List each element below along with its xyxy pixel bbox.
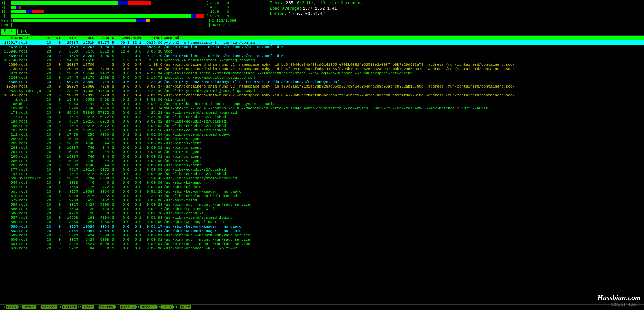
cpu3-label: 3[ xyxy=(1,10,11,14)
header-shr: SHR xyxy=(96,36,110,40)
cpu2-bar xyxy=(11,6,206,9)
table-row[interactable]: 6565root20399.3M235882744S0.60.21:20.39/… xyxy=(0,80,644,84)
cpu1-meter: 1[ ] 32.5 % xyxy=(1,1,254,5)
mem-meter: Mem [ ] 2.32G / 3.69G xyxy=(1,19,254,23)
fn-num: F9 xyxy=(157,305,161,309)
fn-key-f2[interactable]: F2Setup xyxy=(18,305,36,309)
table-row[interactable]: 544root2004660776772S0.00.00:00.01/usr/s… xyxy=(0,185,644,189)
table-row[interactable]: 165dbus20092603144795S0.10.00:00.13/usr/… xyxy=(0,102,644,106)
table-body: 186917root2002438M1251M98.7MR99.333.16h3… xyxy=(0,40,644,250)
table-row[interactable]: 187root200451M102166072S0.00.30:02.50/us… xyxy=(0,128,644,132)
table-row[interactable]: 266root2001638M4740344S0.00.10:00.00/usr… xyxy=(0,159,644,163)
table-row[interactable]: 185root200451M102166072S0.00.30:00.03/us… xyxy=(0,124,644,128)
table-row[interactable]: 262root2001638M4740344S0.00.10:00.09/usr… xyxy=(0,141,644,145)
cpu1-label: 1[ xyxy=(1,1,11,5)
tasks-val: 255, xyxy=(286,1,296,6)
table-row[interactable]: 259root2001638M4740344S0.00.10:00.04/usr… xyxy=(0,137,644,141)
fn-num: F1 xyxy=(1,305,6,309)
table-row[interactable]: 184root200451M102166072S0.00.30:03.32/us… xyxy=(0,119,644,124)
table-row[interactable]: 264root2001638M4740344S0.00.10:00.00/usr… xyxy=(0,150,644,154)
uptime-val: 1 day, 00:51:42 xyxy=(288,11,325,17)
table-row[interactable]: 6649root200167M322641996S1.20.820:14.70/… xyxy=(0,54,644,58)
cpu1-pct: 32.5 xyxy=(210,1,227,5)
table-row[interactable]: 670root2002732840S0.00.00:00.00/usr/sbin… xyxy=(0,246,644,250)
fn-num: F7 xyxy=(115,305,120,309)
table-row[interactable]: 588root2001346032841256S0.00.00:00.60/us… xyxy=(0,220,644,224)
table-row[interactable]: 584root200302M64245808S0.00.20:00.28/usr… xyxy=(0,202,644,207)
table-row[interactable]: 3130root2002003M100527708S0.60.41:03.46/… xyxy=(0,67,644,71)
table-row[interactable]: 169dbus200399617401076S0.00.00:48.74dbus… xyxy=(0,106,644,110)
table-row[interactable]: 585root20045304120120S0.00.00:00.17/usr/… xyxy=(0,207,644,211)
watermark-sub: 群里被鞭打技术论坛 xyxy=(610,303,641,307)
table-row[interactable]: 2080root2002003M17700S0.60.41:08.6/usr/b… xyxy=(0,62,644,67)
table-row[interactable]: 186856root2002003M170327728S0.60.40:01.2… xyxy=(0,93,644,97)
table-row[interactable]: 212root2001747642564060S0.10.10:01.34/us… xyxy=(0,132,644,137)
swp-meter: Swp [ ] 0K / 1.22G xyxy=(1,23,254,27)
fn-key-f10[interactable]: F10Quit xyxy=(173,305,191,309)
tabs-bar: Main I/O xyxy=(0,28,644,36)
fn-key-f1[interactable]: F1Help xyxy=(1,305,18,309)
fn-key-f4[interactable]: F4Filter xyxy=(57,305,78,309)
table-header: PID USER PRI NI VIRT RES SHR S CPU%-MEM%… xyxy=(0,36,644,40)
table-row[interactable]: 10244root2002003M180607376S0.60.50:08.37… xyxy=(0,84,644,89)
cpu3-pct: 15.9 xyxy=(210,10,227,14)
table-row[interactable]: 538systemd-re2001661267846008S0.00.21:14… xyxy=(0,176,644,180)
table-row[interactable]: 1root2001948495525468S0.20.88:53.00/sbin… xyxy=(0,97,644,102)
fn-key-f8[interactable]: F8Nice + xyxy=(136,305,157,309)
cpu4-label: 4[ xyxy=(1,14,11,18)
tab-io[interactable]: I/O xyxy=(17,29,31,35)
table-row[interactable]: 97root200451M102166072S0.00.30:00.35/usr… xyxy=(0,172,644,176)
table-row[interactable]: 586root2004276200S0.00.00:01.70/usr/sbin… xyxy=(0,211,644,215)
table-row[interactable]: 544root200308800S0.00.00:00.00/usr/sbin/… xyxy=(0,180,644,185)
table-row[interactable]: 578root200902834162892S0.00.11:28.47/usr… xyxy=(0,194,644,198)
header-ni: NI xyxy=(53,36,62,40)
table-row[interactable]: 599root200302M64245808S0.00.10:00.01/usr… xyxy=(0,233,644,237)
bottom-bar: F1HelpF2SetupF3SearchF4FilterF5TreeF6Sor… xyxy=(0,304,644,310)
cpu4-bar xyxy=(11,14,206,18)
table-row[interactable]: 587root2001466841684104S0.00.10:01.93/us… xyxy=(0,215,644,220)
table-row[interactable]: rootroot200315M100848064S0.00.30:51.29/u… xyxy=(0,189,644,194)
table-row[interactable]: 30523systemd-jo2002330M4730044680S0.60.2… xyxy=(0,89,644,93)
table-row[interactable]: 177root200451M102166072S0.00.30:36.98/us… xyxy=(0,115,644,119)
table-row[interactable]: 5071root2001286M551449432S0.60.14:21.94/… xyxy=(0,71,644,75)
table-row[interactable]: 250948root200660051762512R12.40.60:03.38… xyxy=(0,49,644,54)
table-row[interactable]: 267root2001638M4740344S0.00.10:00.01/usr… xyxy=(0,163,644,167)
header-user: USER xyxy=(19,36,42,40)
table-row[interactable]: 601root200302M64245808S0.00.20:00.01/usr… xyxy=(0,242,644,246)
table-row[interactable]: 187140root2002438M1251MS1.233.12:33.1pyt… xyxy=(0,58,644,62)
fn-key-f3[interactable]: F3Search xyxy=(36,305,57,309)
cpu3-bar xyxy=(11,10,206,13)
table-row[interactable]: 263root2001638M4740344S0.00.10:00.01/usr… xyxy=(0,145,644,150)
header-res: RES xyxy=(79,36,96,40)
fn-key-f6[interactable]: F6SortBy xyxy=(94,305,115,309)
table-row[interactable]: 186917root2002438M1251M98.7MR99.333.16h3… xyxy=(0,40,644,45)
table-row[interactable]: 265root2001638M4740344S0.00.10:00.01/usr… xyxy=(0,154,644,159)
table-row[interactable]: 593root200315M100848064S0.00.30:00.91/us… xyxy=(0,229,644,233)
tab-main[interactable]: Main xyxy=(1,29,16,35)
header-s: S xyxy=(110,36,116,40)
fn-label: Nice + xyxy=(140,305,157,309)
table-row[interactable]: 5248root2001444M181761908S0.60.51:19.72m… xyxy=(0,75,644,80)
table-row[interactable]: 589root200315M100848064S0.00.30:02.17/us… xyxy=(0,224,644,229)
swp-total: 1.22G xyxy=(218,23,230,27)
fn-label: Filter xyxy=(62,305,78,309)
kthr-val: 110 kthr; xyxy=(318,1,340,6)
mem-total: 3.69G xyxy=(225,19,236,23)
cpu2-meter: 2[ ] 4.1 % xyxy=(1,5,254,9)
header-cpu: CPU%-MEM% xyxy=(116,36,143,40)
fn-num: F6 xyxy=(94,305,99,309)
fn-key-f7[interactable]: F7Nice - xyxy=(115,305,136,309)
table-row[interactable]: 6675root200167M322641996S30.10.86h26:32/… xyxy=(0,45,644,49)
table-row[interactable]: 600root200302M64245808S0.00.20:00.01/usr… xyxy=(0,237,644,242)
table-row[interactable]: 173root200894245884457372S0.01.54:25.23/… xyxy=(0,110,644,115)
table-row[interactable]: 579root2009200452452S0.00.00:00.00/usr/s… xyxy=(0,198,644,202)
swp-label: Swp xyxy=(1,23,11,27)
running-val: 0 running xyxy=(341,1,363,6)
fn-key-f5[interactable]: F5Tree xyxy=(78,305,94,309)
fn-num: F3 xyxy=(36,305,41,309)
table-row[interactable]: 377root200451M102166072S0.00.30:00.09/us… xyxy=(0,167,644,172)
process-table: PID USER PRI NI VIRT RES SHR S CPU%-MEM%… xyxy=(0,36,644,304)
fn-key-f9[interactable]: F9Kill xyxy=(157,305,173,309)
fn-num: F5 xyxy=(78,305,82,309)
watermark: Hassbian.com xyxy=(597,293,641,302)
